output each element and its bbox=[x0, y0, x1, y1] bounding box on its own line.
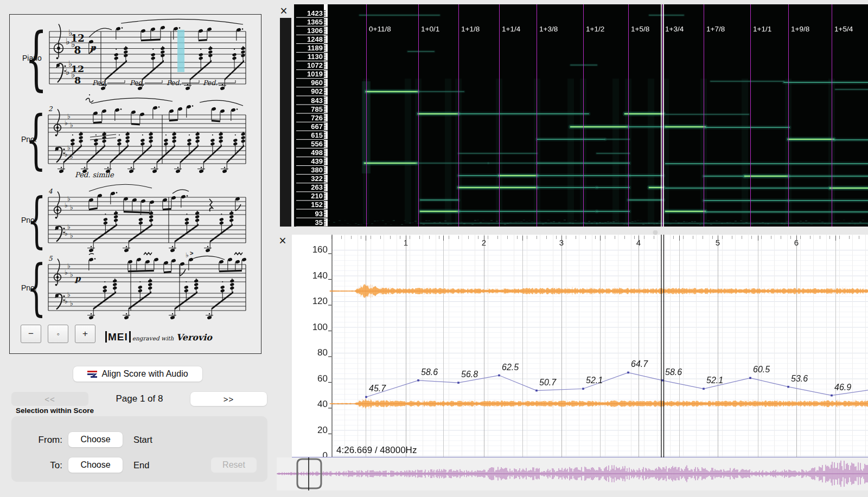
from-value: Start bbox=[133, 435, 152, 445]
svg-text:♭: ♭ bbox=[67, 112, 71, 120]
zoom-in-button[interactable]: + bbox=[75, 325, 95, 343]
svg-text:♭: ♭ bbox=[67, 144, 71, 152]
svg-text:p: p bbox=[90, 43, 97, 53]
tempo-chart-canvas[interactable] bbox=[292, 230, 868, 462]
svg-text:♭: ♭ bbox=[70, 231, 73, 240]
svg-text:>: > bbox=[190, 250, 193, 256]
svg-text:Ped.: Ped. bbox=[167, 79, 181, 87]
svg-text:8: 8 bbox=[74, 75, 81, 86]
svg-text:2: 2 bbox=[48, 105, 53, 113]
next-page-button[interactable]: >> bbox=[190, 392, 267, 406]
score-panel: {Piano♭♭♭♭♭♭128128pPed.Ped.Ped.Ped.{Pno.… bbox=[9, 14, 261, 354]
mei-logo-text: MEI bbox=[105, 331, 131, 343]
svg-text:Piano: Piano bbox=[22, 54, 42, 62]
verovio-logo: MEIengraved with Verovio bbox=[105, 331, 212, 343]
svg-text:♭: ♭ bbox=[70, 203, 73, 211]
svg-text:Ped.: Ped. bbox=[130, 79, 144, 87]
svg-text:Pno.: Pno. bbox=[21, 283, 37, 292]
align-button-label: Align Score with Audio bbox=[101, 369, 188, 379]
app-window: {Piano♭♭♭♭♭♭128128pPed.Ped.Ped.Ped.{Pno.… bbox=[0, 0, 868, 497]
selection-panel: From: Choose Start To: Choose End Reset bbox=[11, 416, 267, 482]
svg-text:♭: ♭ bbox=[186, 251, 189, 259]
svg-text:♭: ♭ bbox=[70, 270, 73, 279]
to-label: To: bbox=[19, 460, 62, 471]
svg-text:12: 12 bbox=[71, 63, 84, 74]
zoom-reset-button[interactable]: ◦ bbox=[48, 325, 68, 343]
svg-text:p: p bbox=[74, 274, 81, 283]
svg-text:♭: ♭ bbox=[67, 291, 71, 299]
tempo-chart-close-button[interactable]: × bbox=[276, 234, 290, 248]
engraved-with-text: engraved with bbox=[132, 335, 174, 341]
reset-button[interactable]: Reset bbox=[211, 457, 257, 473]
prev-page-button[interactable]: << bbox=[11, 392, 88, 406]
from-label: From: bbox=[19, 435, 62, 446]
score-svg[interactable]: {Piano♭♭♭♭♭♭128128pPed.Ped.Ped.Ped.{Pno.… bbox=[10, 15, 260, 353]
choose-to-button[interactable]: Choose bbox=[68, 457, 123, 473]
svg-text:Pno.: Pno. bbox=[21, 135, 37, 144]
to-value: End bbox=[133, 460, 149, 470]
selection-section-label: Selection within Score bbox=[16, 406, 94, 415]
overview-waveform-canvas[interactable] bbox=[277, 457, 868, 490]
svg-text:12: 12 bbox=[71, 33, 85, 44]
verovio-logo-text: Verovio bbox=[176, 332, 212, 343]
page-indicator: Page 1 of 8 bbox=[88, 392, 190, 406]
svg-text:Ped.: Ped. bbox=[203, 79, 218, 87]
align-score-with-audio-button[interactable]: Align Score with Audio bbox=[73, 366, 202, 382]
svg-text:5: 5 bbox=[48, 255, 53, 262]
align-icon bbox=[87, 371, 97, 378]
svg-text:♭: ♭ bbox=[70, 299, 73, 307]
svg-text:Pno.: Pno. bbox=[21, 216, 37, 224]
svg-text:4: 4 bbox=[48, 188, 53, 195]
svg-text:♭: ♭ bbox=[70, 121, 73, 129]
svg-text:♭: ♭ bbox=[67, 262, 71, 270]
svg-text:Ped. simile: Ped. simile bbox=[75, 171, 114, 179]
svg-text:♭: ♭ bbox=[67, 195, 71, 203]
spectrogram-canvas[interactable] bbox=[280, 0, 868, 227]
choose-from-button[interactable]: Choose bbox=[68, 432, 123, 447]
zoom-out-button[interactable]: − bbox=[21, 325, 41, 343]
svg-text:8: 8 bbox=[74, 44, 81, 56]
svg-text:Ped.: Ped. bbox=[92, 79, 107, 87]
svg-text:♭: ♭ bbox=[67, 223, 71, 231]
